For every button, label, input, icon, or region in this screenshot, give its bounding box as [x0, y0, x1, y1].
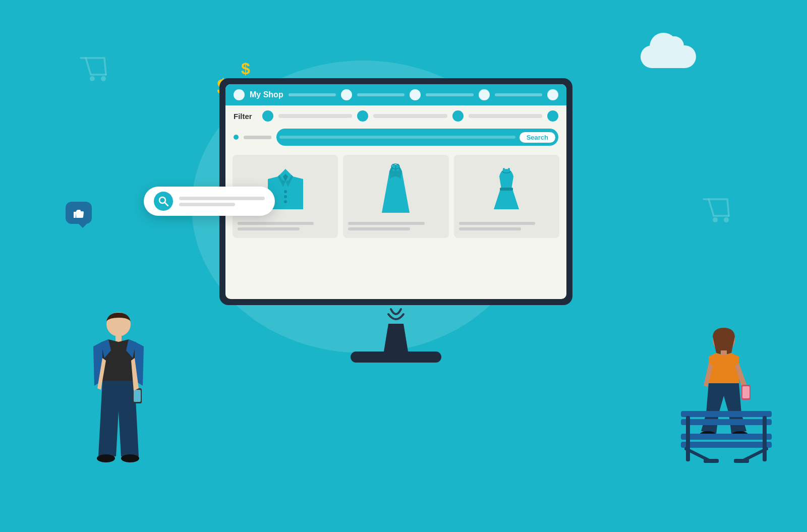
- shop-title: My Shop: [250, 90, 283, 99]
- svg-point-0: [90, 76, 95, 81]
- cloud-decoration: [641, 45, 696, 68]
- search-button[interactable]: Search: [520, 132, 555, 143]
- product-lines-dress-long: [348, 222, 443, 233]
- filter-line-3: [469, 114, 542, 118]
- screen-navbar: My Shop: [225, 84, 566, 105]
- svg-point-5: [284, 195, 287, 198]
- svg-rect-32: [763, 416, 767, 461]
- search-icon-circle: [154, 192, 173, 211]
- svg-point-20: [121, 454, 139, 462]
- screen-content: My Shop Filter: [225, 84, 566, 299]
- filter-line-2: [373, 114, 447, 118]
- person-man: [88, 310, 149, 466]
- nav-line-3: [426, 93, 473, 96]
- svg-rect-16: [116, 335, 122, 342]
- search-bar[interactable]: Search: [276, 129, 558, 146]
- monitor-logo: [219, 305, 572, 323]
- floating-search-box[interactable]: [144, 187, 275, 216]
- svg-rect-10: [500, 188, 513, 191]
- search-bar-fill: [279, 136, 515, 139]
- product-lines-blazer: [238, 222, 333, 233]
- monitor-stand: [219, 324, 572, 363]
- svg-rect-7: [392, 164, 395, 171]
- svg-rect-12: [508, 168, 510, 175]
- product-image-dress-long: [348, 160, 443, 218]
- nav-dot-3: [479, 89, 490, 100]
- svg-point-1: [101, 76, 106, 81]
- search-row: Search: [225, 127, 566, 151]
- svg-rect-31: [686, 416, 690, 461]
- svg-rect-30: [681, 442, 772, 448]
- svg-point-4: [284, 190, 287, 193]
- monitor: My Shop Filter: [219, 78, 572, 363]
- cart-decoration-left: [78, 55, 111, 83]
- filter-line-1: [278, 114, 352, 118]
- svg-point-2: [713, 217, 718, 222]
- filter-label: Filter: [234, 112, 256, 121]
- product-card-dress-short[interactable]: [454, 155, 559, 238]
- product-grid: [225, 151, 566, 242]
- nav-line-1: [289, 93, 336, 96]
- product-image-dress-short: [459, 160, 554, 218]
- svg-rect-36: [734, 459, 749, 463]
- search-row-dot: [234, 135, 239, 140]
- stand-neck: [381, 324, 411, 351]
- product-lines-dress-short: [459, 222, 554, 233]
- monitor-screen: My Shop Filter: [219, 78, 572, 305]
- filter-dot-2[interactable]: [357, 110, 368, 122]
- cart-decoration-right: [701, 197, 734, 224]
- svg-point-19: [97, 454, 115, 462]
- like-bubble: [66, 202, 92, 224]
- search-row-line: [244, 136, 271, 139]
- nav-line-2: [357, 93, 405, 96]
- search-input-lines: [179, 197, 265, 206]
- nav-line-4: [495, 93, 542, 96]
- filter-dot-1[interactable]: [262, 110, 273, 122]
- stand-base: [351, 351, 441, 363]
- filter-dot-3[interactable]: [452, 110, 464, 122]
- svg-rect-18: [134, 390, 141, 402]
- filter-dots: [262, 110, 558, 122]
- svg-rect-26: [742, 386, 750, 398]
- dollar-sign-2: $: [241, 60, 250, 78]
- svg-rect-29: [681, 434, 772, 440]
- svg-point-3: [724, 217, 729, 222]
- svg-rect-35: [704, 459, 719, 463]
- nav-dot-1: [341, 89, 352, 100]
- svg-rect-11: [503, 168, 505, 175]
- nav-dot-2: [410, 89, 421, 100]
- product-card-dress-long[interactable]: [343, 155, 448, 238]
- nav-avatar: [234, 89, 245, 100]
- svg-rect-27: [681, 411, 772, 417]
- bench: [676, 401, 777, 466]
- svg-line-14: [165, 203, 168, 206]
- svg-rect-28: [681, 419, 772, 425]
- filter-row: Filter: [225, 105, 566, 127]
- filter-dot-4[interactable]: [547, 110, 558, 122]
- svg-point-6: [284, 200, 287, 203]
- nav-dot-4: [547, 89, 558, 100]
